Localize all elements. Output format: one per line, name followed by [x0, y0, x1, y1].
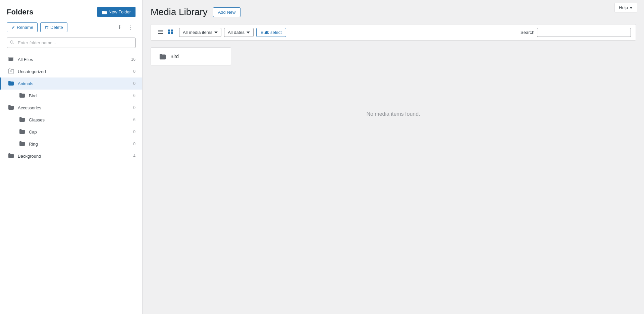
folder-count-badge: 0: [129, 129, 136, 134]
chevron-down-icon: [247, 32, 250, 34]
tree-connector: [16, 128, 16, 135]
folder-count-badge: 6: [129, 93, 136, 98]
folder-plus-icon: [102, 10, 107, 14]
folder-name-label: All Files: [18, 57, 129, 62]
folder-icon: [19, 128, 25, 134]
more-dots-icon: ⋮: [127, 24, 133, 31]
rename-label: Rename: [17, 25, 33, 30]
bulk-select-button[interactable]: Bulk select: [256, 28, 286, 37]
help-button[interactable]: Help ▼: [614, 3, 637, 12]
sidebar-folder-animals[interactable]: Animals 0: [0, 77, 142, 90]
help-chevron-icon: ▼: [629, 6, 633, 10]
new-folder-label: New Folder: [109, 9, 131, 14]
sidebar-folder-cap[interactable]: Cap 0: [0, 126, 142, 138]
grid-view-icon: [168, 29, 173, 35]
folder-name-label: Accessories: [18, 105, 129, 110]
folder-icon-wrap: [19, 92, 25, 99]
uncategorized-icon: [8, 68, 14, 73]
sidebar: Folders New Folder Rename Delete: [0, 0, 143, 314]
media-grid: Bird No media items found.: [151, 47, 636, 117]
sidebar-folder-glasses[interactable]: Glasses 6: [0, 114, 142, 126]
folder-toolbar: Rename Delete ⋮: [0, 22, 142, 38]
folder-icon: [19, 141, 25, 146]
svg-rect-3: [158, 32, 163, 32]
delete-label: Delete: [50, 25, 63, 30]
rename-button[interactable]: Rename: [7, 22, 38, 32]
folder-name-label: Animals: [18, 81, 129, 86]
sidebar-folder-background[interactable]: Background 4: [0, 150, 142, 162]
folder-name-label: Glasses: [29, 117, 129, 122]
tree-connector: [16, 92, 16, 99]
folder-icon-wrap: [8, 68, 14, 75]
sidebar-folder-all-files[interactable]: All Files 16: [0, 53, 142, 65]
folder-icon-wrap: [19, 141, 25, 147]
sidebar-folder-bird[interactable]: Bird 6: [0, 90, 142, 102]
rename-icon: [11, 25, 15, 30]
sort-icon: [115, 24, 120, 30]
svg-rect-8: [171, 32, 173, 34]
list-view-icon: [158, 29, 163, 35]
chevron-down-icon: [214, 32, 218, 34]
folder-count-badge: 0: [129, 81, 136, 86]
folder-count-badge: 0: [129, 142, 136, 146]
main-content: Media Library Add New: [143, 0, 644, 314]
page-title: Media Library: [151, 7, 208, 17]
new-folder-button[interactable]: New Folder: [97, 7, 136, 17]
delete-button[interactable]: Delete: [40, 22, 67, 32]
media-search-input[interactable]: [537, 28, 631, 37]
svg-rect-7: [168, 32, 170, 34]
help-label: Help: [619, 5, 628, 10]
sidebar-title: Folders: [7, 8, 33, 16]
folder-name-label: Background: [18, 154, 129, 159]
search-area: Search: [521, 28, 631, 37]
folder-count-badge: 16: [129, 57, 136, 62]
svg-rect-5: [168, 30, 170, 32]
add-new-button[interactable]: Add New: [213, 7, 241, 17]
list-view-button[interactable]: [156, 28, 165, 37]
folder-name-label: Bird: [29, 93, 129, 98]
folder-icon: [19, 116, 25, 122]
grid-view-button[interactable]: [166, 28, 175, 37]
folder-search-icon: [10, 40, 14, 46]
folder-list: All Files 16 Uncategorized 0 Animals 0 B…: [0, 53, 142, 162]
svg-point-1: [10, 70, 12, 72]
no-items-message: No media items found.: [151, 111, 636, 117]
folder-icon: [8, 104, 14, 110]
more-options-button[interactable]: ⋮: [125, 23, 136, 32]
folder-count-badge: 6: [129, 117, 136, 122]
folder-icon-wrap: [8, 80, 14, 87]
date-filter-label: All dates: [228, 30, 245, 35]
bird-folder-card[interactable]: Bird: [151, 47, 231, 65]
sort-button[interactable]: [113, 23, 122, 32]
folder-name-label: Cap: [29, 129, 129, 135]
bird-folder-name: Bird: [170, 54, 179, 59]
tree-connector: [16, 141, 16, 147]
sidebar-folder-uncategorized[interactable]: Uncategorized 0: [0, 65, 142, 77]
svg-rect-6: [171, 30, 173, 32]
main-header: Media Library Add New: [151, 7, 636, 17]
date-filter[interactable]: All dates: [224, 28, 254, 37]
search-label: Search: [521, 30, 534, 35]
folder-icon-wrap: [19, 128, 25, 135]
all-files-icon: [8, 56, 14, 61]
media-toolbar: All media items All dates Bulk select Se…: [151, 24, 636, 41]
sidebar-folder-ring[interactable]: Ring 0: [0, 138, 142, 150]
folder-icon-wrap: [8, 56, 14, 63]
folder-icon-wrap: [8, 153, 14, 159]
folder-icon: [8, 80, 14, 86]
folder-search-container: [7, 38, 136, 48]
sidebar-header: Folders New Folder: [0, 7, 142, 22]
folder-icon-wrap: [19, 116, 25, 123]
folder-name-label: Ring: [29, 142, 129, 147]
folder-icon-wrap: [8, 104, 14, 111]
folder-name-label: Uncategorized: [18, 69, 129, 74]
folder-count-badge: 0: [129, 69, 136, 74]
media-type-filter[interactable]: All media items: [179, 28, 221, 37]
view-toggle: [156, 28, 175, 37]
sidebar-folder-accessories[interactable]: Accessories 0: [0, 102, 142, 114]
folder-search-input[interactable]: [7, 38, 136, 48]
folder-count-badge: 0: [129, 105, 136, 110]
svg-rect-4: [158, 33, 163, 34]
svg-rect-2: [158, 30, 163, 31]
folder-icon: [19, 92, 25, 98]
